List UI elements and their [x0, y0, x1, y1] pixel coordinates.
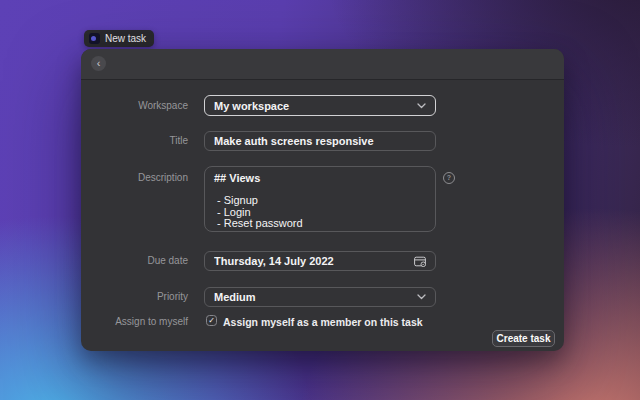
due-date-value: Thursday, 14 July 2022 — [214, 255, 414, 267]
workspace-label: Workspace — [81, 100, 188, 112]
description-items: - Signup - Login - Reset password — [214, 195, 426, 230]
due-date-label: Due date — [81, 255, 188, 267]
due-date-input[interactable]: Thursday, 14 July 2022 — [204, 251, 436, 271]
priority-value: Medium — [214, 291, 417, 303]
markdown-help-icon[interactable]: ? — [443, 172, 455, 184]
chevron-left-icon: ‹ — [97, 57, 101, 69]
window-tab[interactable]: New task — [84, 30, 154, 47]
window-tab-label: New task — [105, 33, 146, 44]
app-favicon-icon — [89, 33, 100, 44]
assign-checkbox[interactable]: ✓ — [206, 315, 217, 326]
back-button[interactable]: ‹ — [91, 56, 106, 71]
new-task-dialog: ‹ Workspace My workspace Title Make auth… — [81, 49, 564, 351]
workspace-select[interactable]: My workspace — [204, 95, 436, 116]
calendar-icon — [414, 256, 426, 267]
desktop-background: New task ‹ Workspace My workspace Title … — [0, 0, 640, 400]
checkmark-icon: ✓ — [208, 316, 215, 325]
workspace-value: My workspace — [214, 100, 417, 112]
description-heading: ## Views — [214, 173, 426, 184]
description-textarea[interactable]: ## Views - Signup - Login - Reset passwo… — [204, 166, 436, 232]
priority-label: Priority — [81, 291, 188, 303]
chevron-down-icon — [417, 294, 426, 300]
assign-to-myself-label: Assign to myself — [81, 316, 188, 328]
priority-select[interactable]: Medium — [204, 287, 436, 307]
title-input[interactable]: Make auth screens responsive — [204, 131, 436, 151]
title-label: Title — [81, 135, 188, 147]
title-value: Make auth screens responsive — [214, 135, 426, 147]
chevron-down-icon — [417, 103, 426, 109]
assign-checkbox-label[interactable]: Assign myself as a member on this task — [223, 316, 423, 328]
description-label: Description — [81, 172, 188, 184]
dialog-header: ‹ — [81, 49, 564, 80]
create-task-button[interactable]: Create task — [492, 330, 555, 347]
